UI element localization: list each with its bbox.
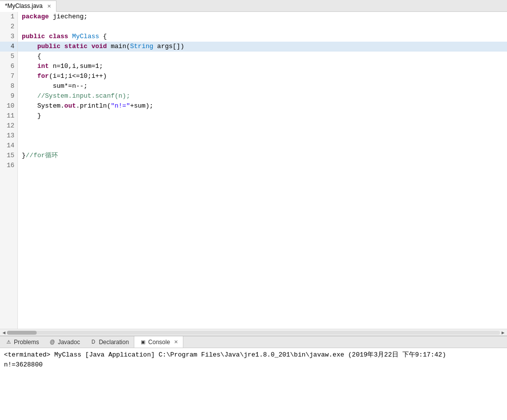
code-line-13	[18, 131, 507, 141]
token: System.	[22, 101, 64, 111]
line-number-12: 12	[0, 121, 17, 131]
token: }	[22, 151, 26, 161]
bottom-tab-problems[interactable]: ⚠Problems	[0, 336, 44, 348]
declaration-tab-label: Declaration	[99, 339, 129, 346]
token: "n!="	[111, 101, 130, 111]
problems-tab-label: Problems	[14, 339, 39, 346]
token: jiecheng;	[49, 12, 88, 22]
token: package	[22, 12, 49, 22]
token: main(	[107, 42, 130, 52]
code-line-12	[18, 121, 507, 131]
line-number-5: 5	[0, 52, 17, 61]
bottom-tab-declaration[interactable]: DDeclaration	[85, 336, 134, 348]
line-number-8: 8	[0, 81, 17, 91]
token: void	[91, 42, 107, 52]
code-line-2	[18, 22, 507, 32]
line-number-14: 14	[0, 141, 17, 151]
code-line-4: public static void main(String args[])	[18, 42, 507, 52]
token: MyClass	[72, 32, 99, 42]
console-tab-icon: ▣	[139, 339, 146, 346]
token: //for循环	[26, 151, 58, 161]
editor-scrollbar: ◀ ▶	[0, 329, 507, 336]
bottom-tab-console[interactable]: ▣Console✕	[134, 336, 183, 348]
token: out	[64, 101, 76, 111]
code-line-3: public class MyClass {	[18, 32, 507, 42]
code-line-9: //System.input.scanf(n);	[18, 91, 507, 101]
code-line-6: int n=10,i,sum=1;	[18, 61, 507, 71]
line-number-3: 3	[0, 32, 17, 42]
code-line-8: sum*=n--;	[18, 81, 507, 91]
token: {	[22, 52, 41, 61]
token: sum*=n--;	[22, 81, 88, 91]
line-number-2: 2	[0, 22, 17, 32]
scroll-right-arrow[interactable]: ▶	[500, 330, 506, 336]
token: for	[37, 71, 49, 81]
token	[60, 42, 64, 52]
javadoc-tab-icon: @	[49, 339, 56, 346]
token	[22, 61, 37, 71]
token: String	[130, 42, 154, 52]
line-number-10: 10	[0, 101, 17, 111]
editor-tab-bar: *MyClass.java ✕	[0, 0, 507, 12]
token	[45, 32, 49, 42]
line-number-15: 15	[0, 151, 17, 161]
token: public	[37, 42, 60, 52]
code-content[interactable]: package jiecheng;public class MyClass { …	[18, 12, 507, 329]
token: int	[37, 61, 49, 71]
code-line-11: }	[18, 111, 507, 121]
javadoc-tab-label: Javadoc	[58, 339, 80, 346]
token: args[])	[153, 42, 184, 52]
console-line-2: n!=3628800	[4, 360, 503, 370]
bottom-tab-bar: ⚠Problems@JavadocDDeclaration▣Console✕	[0, 336, 507, 348]
bottom-tab-javadoc[interactable]: @Javadoc	[44, 336, 85, 348]
code-line-10: System.out.println("n!="+sum);	[18, 101, 507, 111]
token: .println(	[76, 101, 111, 111]
editor-area: 12345678910111213141516 package jiecheng…	[0, 12, 507, 329]
token: }	[22, 111, 41, 121]
token: {	[99, 32, 107, 42]
line-number-16: 16	[0, 161, 17, 171]
token: n=10,i,sum=1;	[49, 61, 103, 71]
token	[88, 42, 92, 52]
scrollbar-track[interactable]	[7, 331, 500, 335]
tab-label: *MyClass.java	[5, 2, 43, 9]
bottom-panel: ⚠Problems@JavadocDDeclaration▣Console✕ <…	[0, 336, 507, 420]
line-numbers: 12345678910111213141516	[0, 12, 18, 329]
code-line-5: {	[18, 52, 507, 61]
code-line-16	[18, 161, 507, 171]
code-line-1: package jiecheng;	[18, 12, 507, 22]
scroll-left-arrow[interactable]: ◀	[1, 330, 7, 336]
console-tab-label: Console	[148, 339, 170, 346]
line-number-4: 4	[0, 42, 17, 52]
console-tab-close-icon[interactable]: ✕	[174, 339, 178, 345]
line-number-11: 11	[0, 111, 17, 121]
code-line-15: }//for循环	[18, 151, 507, 161]
console-line-1: <terminated> MyClass [Java Application] …	[4, 350, 503, 360]
line-number-1: 1	[0, 12, 17, 22]
token	[22, 42, 37, 52]
declaration-tab-icon: D	[90, 339, 97, 346]
token: (i=1;i<=10;i++)	[49, 71, 107, 81]
line-number-9: 9	[0, 91, 17, 101]
token: +sum);	[130, 101, 153, 111]
console-content: <terminated> MyClass [Java Application] …	[0, 348, 507, 420]
problems-tab-icon: ⚠	[5, 339, 12, 346]
token: class	[49, 32, 68, 42]
tab-close-icon[interactable]: ✕	[47, 3, 51, 9]
line-number-6: 6	[0, 61, 17, 71]
token	[22, 71, 37, 81]
code-line-14	[18, 141, 507, 151]
token: static	[64, 42, 88, 52]
token: //System.input.scanf(n);	[22, 91, 130, 101]
editor-tab-myclass[interactable]: *MyClass.java ✕	[0, 0, 56, 12]
line-number-13: 13	[0, 131, 17, 141]
code-line-7: for(i=1;i<=10;i++)	[18, 71, 507, 81]
token: public	[22, 32, 45, 42]
line-number-7: 7	[0, 71, 17, 81]
scrollbar-thumb[interactable]	[7, 331, 37, 335]
token	[68, 32, 72, 42]
